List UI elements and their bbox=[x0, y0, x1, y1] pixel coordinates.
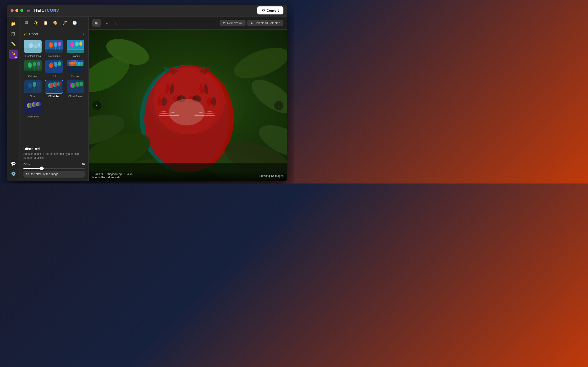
pixelize-label: Pixelize bbox=[71, 75, 80, 77]
close-button[interactable] bbox=[10, 9, 14, 12]
effect-item-oil[interactable]: Oil bbox=[44, 60, 63, 77]
next-image-button[interactable]: › bbox=[274, 101, 284, 110]
frosted-glass-label: Frosted Glass bbox=[25, 55, 41, 57]
slider-fill bbox=[23, 168, 42, 169]
view-single-button[interactable]: ⊞ bbox=[92, 19, 101, 27]
effect-item-offset-blue[interactable]: Offset Blue bbox=[23, 100, 42, 118]
svg-rect-50 bbox=[78, 60, 80, 62]
toolbar-wand-icon[interactable]: 🪄 bbox=[61, 19, 69, 27]
panel-toolbar: 🖼 ✨ 📋 🎨 🪄 🕐 bbox=[20, 17, 88, 29]
slider-thumb[interactable] bbox=[40, 167, 44, 170]
svg-point-16 bbox=[58, 42, 61, 46]
svg-point-10 bbox=[49, 43, 52, 47]
svg-rect-39 bbox=[24, 71, 42, 73]
prev-image-button[interactable]: ‹ bbox=[92, 101, 102, 110]
slider-value: 26 bbox=[82, 163, 85, 166]
sidebar-item-image[interactable]: 🖼 bbox=[9, 29, 18, 39]
section-collapse-icon[interactable]: ▲ bbox=[82, 32, 85, 35]
svg-point-97 bbox=[37, 102, 41, 106]
svg-point-13 bbox=[54, 42, 57, 47]
effect-item-offset-green[interactable]: Offset Green bbox=[66, 80, 85, 98]
minimize-button[interactable] bbox=[15, 9, 18, 12]
offset-blue-label: Offset Blue bbox=[27, 115, 39, 118]
icon-sidebar-bottom: 💬 ⚙️ bbox=[9, 159, 18, 178]
svg-point-31 bbox=[28, 63, 32, 67]
title-heic: HEIC bbox=[34, 8, 44, 13]
image-format: image/webp bbox=[107, 173, 122, 176]
svg-point-90 bbox=[80, 82, 83, 86]
svg-point-22 bbox=[71, 42, 74, 47]
sidebar-item-effects[interactable]: ✨ AI bbox=[9, 50, 18, 59]
svg-point-37 bbox=[37, 62, 40, 66]
icon-sidebar: 📁 🖼 ✏️ ✨ AI 💬 ⚙️ bbox=[7, 17, 20, 181]
remove-all-button[interactable]: 🗑 Remove All bbox=[220, 20, 246, 26]
effect-item-offset-red[interactable]: Offset Red bbox=[44, 80, 63, 98]
toolbar-image-icon[interactable]: 🖼 bbox=[23, 19, 30, 27]
toolbar-clipboard-icon[interactable]: 📋 bbox=[42, 19, 50, 27]
svg-rect-67 bbox=[80, 64, 83, 66]
effect-thumb-pixelize bbox=[66, 60, 85, 73]
sidebar-item-edit[interactable]: ✏️ bbox=[9, 40, 18, 49]
convert-label: Convert bbox=[267, 9, 279, 12]
slider-row: Offset 26 bbox=[23, 163, 85, 166]
effect-item-solarize[interactable]: Solarize bbox=[66, 40, 85, 57]
convert-button[interactable]: ↺ Convert bbox=[257, 6, 284, 15]
svg-rect-65 bbox=[76, 64, 78, 66]
svg-point-43 bbox=[58, 61, 61, 66]
info-panel: Offset Red Adds an offset to the red cha… bbox=[20, 143, 88, 181]
traffic-lights bbox=[10, 9, 23, 12]
app-title: HEIC/CONV bbox=[34, 8, 59, 13]
download-icon: ⬇ bbox=[251, 21, 253, 25]
convert-icon: ↺ bbox=[262, 8, 265, 13]
main-layout: 📁 🖼 ✏️ ✨ AI 💬 ⚙️ 🖼 ✨ 📋 🎨 🪄 🕐 bbox=[7, 17, 287, 181]
image-filename: tiger in the nature.webp bbox=[92, 176, 284, 179]
svg-rect-45 bbox=[67, 60, 69, 62]
sidebar-item-folder[interactable]: 📁 bbox=[9, 19, 18, 28]
toolbar-clock-icon[interactable]: 🕐 bbox=[71, 19, 78, 27]
view-list-button[interactable]: ≡ bbox=[103, 19, 111, 27]
effect-grid: Frosted Glass bbox=[20, 38, 88, 122]
svg-point-24 bbox=[76, 42, 78, 46]
view-grid-button[interactable]: ⊟ bbox=[112, 19, 121, 27]
effect-item-frosted-glass[interactable]: Frosted Glass bbox=[23, 40, 42, 57]
svg-rect-57 bbox=[76, 62, 78, 64]
svg-point-41 bbox=[49, 62, 53, 68]
svg-point-93 bbox=[28, 103, 33, 108]
effect-item-dither[interactable]: Dither bbox=[23, 80, 42, 98]
toolbar-magic-icon[interactable]: ✨ bbox=[32, 19, 40, 27]
svg-rect-69 bbox=[67, 66, 85, 73]
svg-rect-61 bbox=[67, 64, 69, 66]
svg-point-26 bbox=[80, 42, 82, 45]
effect-thumb-dither bbox=[24, 80, 42, 94]
svg-rect-54 bbox=[69, 62, 71, 64]
svg-point-83 bbox=[59, 82, 62, 86]
image-info-text: 1344x896 - image/webp - 104 kb bbox=[92, 173, 284, 176]
content-area: ⊞ ≡ ⊟ 🗑 Remove All ⬇ Download Selected bbox=[89, 17, 287, 181]
normalize-label: Normalize bbox=[48, 55, 60, 57]
sidebar-item-chat[interactable]: 💬 bbox=[9, 159, 18, 168]
effect-item-pixelize[interactable]: Pixelize bbox=[66, 60, 85, 77]
solarize-label: Solarize bbox=[71, 55, 80, 57]
effect-item-colorize[interactable]: Colorize bbox=[23, 60, 42, 77]
effect-title-label: Effect bbox=[29, 32, 38, 36]
info-description: Adds an offset to the red channel by a c… bbox=[23, 152, 85, 160]
sidebar-item-settings[interactable]: ⚙️ bbox=[9, 169, 18, 178]
left-panel: 🖼 ✨ 📋 🎨 🪄 🕐 ✨ Effect ▲ bbox=[20, 17, 89, 181]
svg-rect-66 bbox=[78, 64, 80, 66]
toolbar-paint-icon[interactable]: 🎨 bbox=[52, 19, 59, 27]
effect-thumb-solarize bbox=[66, 40, 85, 53]
offset-slider[interactable] bbox=[23, 168, 85, 169]
image-separator-2: - bbox=[122, 173, 124, 176]
effect-thumb-offset-red bbox=[45, 80, 63, 94]
maximize-button[interactable] bbox=[20, 9, 23, 12]
effect-item-normalize[interactable]: Normalize bbox=[44, 40, 63, 57]
menu-icon[interactable]: ☰ bbox=[27, 8, 31, 13]
remove-all-label: Remove All bbox=[227, 21, 242, 25]
showing-label: Showing bbox=[259, 174, 270, 177]
download-selected-button[interactable]: ⬇ Download Selected bbox=[247, 20, 284, 26]
tooltip-box: Set the offset of the image. bbox=[23, 171, 85, 177]
image-preview: ‹ › 1344x896 - image/webp - 104 kb tiger… bbox=[89, 30, 287, 181]
svg-point-71 bbox=[28, 83, 32, 88]
svg-rect-55 bbox=[71, 62, 73, 64]
ai-badge: AI bbox=[15, 56, 17, 58]
